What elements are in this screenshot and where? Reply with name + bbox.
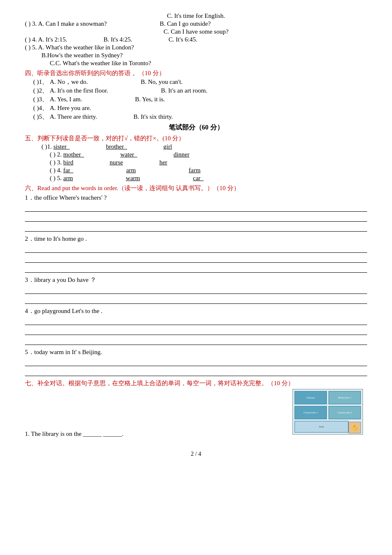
s4-q2: ( )2、 A. It's on the first floor. B. It'… [25,87,367,95]
s6-q2-prompt: 2．time to It's home go . [25,235,367,243]
section7-text: 1. The library is on the ______ ______. [25,389,284,438]
section7-layout: 1. The library is on the ______ ______. … [25,389,367,438]
question-5-cc: C.C. What's the weather like in Toronto? [25,60,367,67]
s6-q1-prompt: 1．the office Where's teachers' ? [25,194,367,202]
s5-q5: ( ) 5. arm warm car_ [25,175,367,182]
s6-q4-lines [25,318,367,345]
question-3: ( ) 3. A. Can I make a snowman? B. Can I… [25,20,367,27]
section7-title: 七、补全对话。根据句子意思，在空格上填上合适的单词，每空一词，将对话补充完整。（… [25,379,367,387]
s6-q1-lines [25,204,367,232]
s6-q3-lines [25,286,367,304]
s4-q5: ( )5、 A. There are thirty. B. It's six t… [25,113,367,121]
s4-q1: ( )1、 A. No，we do. B. No, you can't. [25,78,367,86]
section5-title: 五、判断下列读音是否一致，对的打√，错的打×。(10 分） [25,134,367,142]
s6-q2-lines [25,245,367,273]
s5-q4: ( ) 4. far_ arm farm [25,167,367,174]
question-3-c: C. Can I have some soup? [25,28,367,35]
section6-title: 六、Read and put the words in order.（读一读，连… [25,184,367,192]
written-title: 笔试部分（60 分） [25,123,367,132]
question-4: ( ) 4. A. It's 2:15. B. It's 4:25. C. It… [25,36,367,43]
s5-q2: ( ) 2. mother_ water_ dinner [25,151,367,158]
s5-q3: ( ) 3. bird nurse her [25,159,367,166]
s5-q1: ( )1. sister_ brother_ girl [25,143,367,150]
s4-q3: ( )3、 A. Yes, I am. B. Yes, it is. [25,95,367,103]
s4-q4: ( )4、 A. Here you are. [25,104,367,112]
page-number: 2 / 4 [25,451,367,457]
s6-q3-prompt: 3．library a you Do have ？ [25,276,367,284]
page-content: C. It's time for English. ( ) 3. A. Can … [25,12,367,457]
s6-q4-prompt: 4．go playground Let's to the . [25,307,367,315]
question-5-b: B.How's the weather in Sydney? [25,52,367,59]
s7-q1: 1. The library is on the ______ ______. [25,430,284,438]
section4-title: 四、听录音选出你所听到的问句的答语 。（10 分） [25,69,367,77]
s6-q5-prompt: 5．today warm in It' s Beijing. [25,348,367,356]
section7-map: Library Bedroom 1 Classroom 1 Classroom … [292,389,367,438]
question-5: ( ) 5. A. What's the weather like in Lon… [25,44,367,51]
s6-q5-lines [25,359,367,376]
q-c-english: C. It's time for English. [25,12,367,20]
